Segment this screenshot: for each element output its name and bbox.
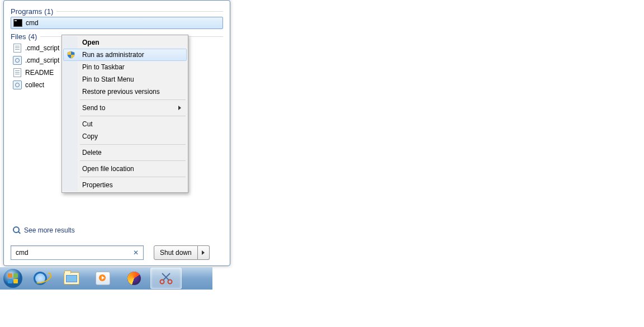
start-button[interactable]	[1, 267, 25, 290]
clear-search-icon[interactable]: ✕	[132, 249, 140, 257]
svg-line-7	[163, 273, 170, 280]
file-explorer-icon	[64, 272, 79, 285]
ctx-pin-start-menu[interactable]: Pin to Start Menu	[63, 73, 187, 86]
taskbar-firefox[interactable]	[119, 268, 149, 288]
search-icon	[13, 226, 21, 234]
see-more-results-link[interactable]: See more results	[13, 226, 75, 234]
taskbar-media-player[interactable]	[88, 268, 118, 288]
snipping-tool-icon	[159, 272, 173, 285]
taskbar-snipping-tool[interactable]	[150, 268, 182, 289]
ctx-restore-previous[interactable]: Restore previous versions	[63, 86, 187, 98]
context-menu: Open Run as administrator Pin to Taskbar…	[61, 35, 188, 193]
result-cmd[interactable]: cmd	[11, 17, 223, 29]
ctx-send-to[interactable]: Send to	[63, 102, 187, 114]
script-file-icon	[13, 80, 22, 89]
files-title: Files	[11, 32, 26, 41]
windows-orb-icon	[3, 268, 23, 288]
submenu-arrow-icon	[178, 106, 181, 110]
ctx-run-as-administrator[interactable]: Run as administrator	[63, 49, 187, 61]
shutdown-options-button[interactable]	[198, 245, 210, 260]
taskbar-ie[interactable]	[25, 268, 55, 288]
chevron-right-icon	[202, 250, 205, 255]
search-box[interactable]: ✕	[11, 245, 144, 260]
ctx-delete[interactable]: Delete	[63, 146, 187, 159]
svg-point-6	[168, 280, 172, 284]
ctx-copy[interactable]: Copy	[63, 130, 187, 143]
svg-rect-4	[13, 279, 18, 283]
cmd-icon	[13, 18, 22, 27]
programs-section-header: Programs (1)	[11, 7, 223, 16]
programs-count: (1)	[44, 7, 53, 16]
text-file-icon	[13, 68, 22, 77]
script-file-icon	[13, 56, 22, 65]
programs-title: Programs	[11, 7, 42, 16]
text-file-icon	[13, 44, 22, 53]
ctx-properties[interactable]: Properties	[63, 179, 187, 191]
svg-rect-1	[8, 273, 12, 278]
svg-point-0	[3, 269, 22, 288]
ctx-pin-taskbar[interactable]: Pin to Taskbar	[63, 61, 187, 73]
start-menu-bottom-row: ✕ Shut down	[11, 245, 223, 260]
search-input[interactable]	[15, 248, 132, 257]
shutdown-button[interactable]: Shut down	[154, 245, 198, 260]
internet-explorer-icon	[34, 272, 47, 285]
svg-rect-3	[8, 279, 12, 283]
svg-point-5	[160, 280, 164, 284]
svg-line-8	[162, 273, 169, 280]
ctx-open-file-location[interactable]: Open file location	[63, 163, 187, 175]
ctx-open[interactable]: Open	[63, 36, 187, 49]
files-count: (4)	[28, 32, 37, 41]
programs-results: cmd	[11, 17, 223, 29]
svg-rect-2	[13, 273, 18, 278]
media-player-icon	[96, 272, 110, 285]
firefox-icon	[127, 272, 141, 285]
uac-shield-icon	[67, 51, 75, 59]
ctx-cut[interactable]: Cut	[63, 118, 187, 130]
taskbar	[0, 267, 212, 290]
shutdown-split-button: Shut down	[154, 245, 210, 260]
taskbar-explorer[interactable]	[56, 268, 87, 288]
